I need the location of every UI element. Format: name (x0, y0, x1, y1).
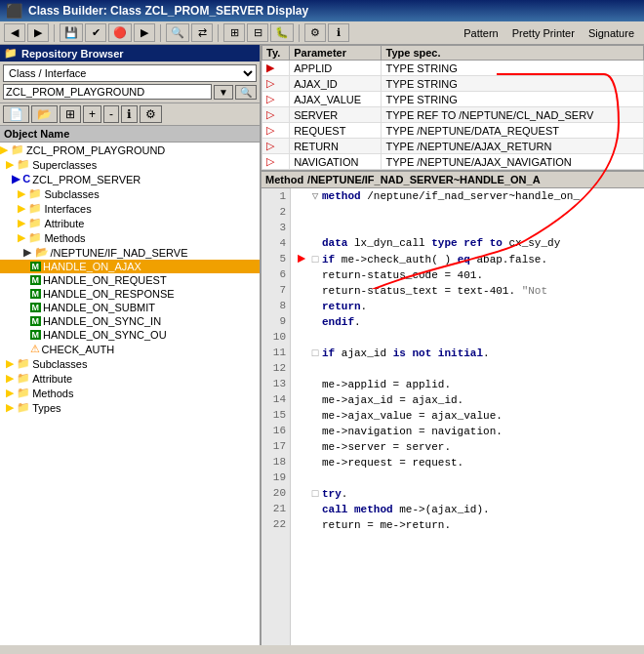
folder-icon: ▶ 📁 (6, 158, 30, 171)
method-icon: M (30, 275, 42, 285)
tree-item[interactable]: ▶ 📁Attribute (0, 371, 260, 386)
tree-item[interactable]: ▶ 📁Subclasses (0, 356, 260, 371)
row-type: ▷ (262, 76, 290, 92)
expand-col[interactable]: □ (308, 252, 322, 267)
expand-col[interactable]: □ (308, 346, 322, 361)
row-param: NAVIGATION (290, 154, 382, 170)
tree-item[interactable]: ⚠CHECK_AUTH (0, 342, 260, 356)
debug-button[interactable]: 🐛 (270, 23, 294, 42)
row-typespec: TYPE /NEPTUNE/AJAX_NAVIGATION (382, 154, 644, 170)
filter-btn[interactable]: ⊞ (60, 105, 81, 123)
browser-button[interactable]: ⊟ (247, 23, 268, 42)
class-interface-row: Class / Interface (3, 64, 257, 82)
activate-button[interactable]: 🔴 (108, 23, 132, 42)
open-btn[interactable]: 📂 (31, 105, 58, 123)
tree-label: Subclasses (32, 358, 87, 370)
breakpoint-col[interactable]: ► (295, 251, 308, 267)
obj-config-btn[interactable]: ⚙ (140, 105, 162, 123)
tree-item[interactable]: ▶ 📁Types (0, 400, 260, 415)
tree-item[interactable]: ▶ 📁Superclasses (0, 157, 260, 172)
col-type: Ty. (262, 46, 290, 61)
class-builder-icon: ⬛ (6, 3, 22, 19)
table-row[interactable]: ▷ AJAX_VALUE TYPE STRING (262, 92, 644, 107)
forward-button[interactable]: ▶ (27, 23, 49, 42)
collapse-btn[interactable]: - (103, 105, 119, 123)
tree-item[interactable]: ▶ 📁ZCL_PROM_PLAYGROUND (0, 143, 260, 157)
info-button[interactable]: ℹ (328, 23, 349, 42)
tree-item[interactable]: MHANDLE_ON_AJAX (0, 260, 260, 273)
code-line: return = me->return. (295, 517, 640, 533)
tree-item[interactable]: MHANDLE_ON_SUBMIT (0, 301, 260, 314)
save-button[interactable]: 💾 (60, 23, 83, 42)
table-row[interactable]: ▷ AJAX_ID TYPE STRING (262, 76, 644, 92)
object-name-label: Object Name (0, 126, 260, 143)
table-row[interactable]: ▷ REQUEST TYPE /NEPTUNE/DATA_REQUEST (262, 123, 644, 139)
expand-col[interactable]: ▽ (308, 188, 322, 204)
new-btn[interactable]: 📄 (3, 105, 29, 123)
find-button[interactable]: 🔍 (166, 23, 189, 42)
table-row[interactable]: ▷ RETURN TYPE /NEPTUNE/AJAX_RETURN (262, 139, 644, 154)
back-button[interactable]: ◀ (4, 23, 25, 42)
table-row[interactable]: ▶ APPLID TYPE STRING (262, 61, 644, 76)
check-button[interactable]: ✔ (85, 23, 106, 42)
dropdown-btn[interactable]: ▼ (214, 85, 233, 100)
search-btn[interactable]: 🔍 (235, 85, 257, 100)
tree-item[interactable]: MHANDLE_ON_SYNC_OU (0, 328, 260, 342)
line-number: 9 (262, 313, 290, 329)
folder-icon: ▶ 📁 (6, 372, 30, 385)
line-number: 22 (262, 516, 290, 532)
left-panel: 📁 Repository Browser Class / Interface ▼… (0, 45, 262, 645)
tree-item[interactable]: ▶ 📁Subclasses (0, 186, 260, 201)
tree-item[interactable]: MHANDLE_ON_RESPONSE (0, 287, 260, 301)
table-row[interactable]: ▷ SERVER TYPE REF TO /NEPTUNE/CL_NAD_SER… (262, 107, 644, 123)
replace-button[interactable]: ⇄ (191, 23, 213, 42)
settings-button[interactable]: ⚙ (304, 23, 326, 42)
obj-info-btn[interactable]: ℹ (121, 105, 138, 123)
tree-area[interactable]: ▶ 📁ZCL_PROM_PLAYGROUND ▶ 📁Superclasses ▶… (0, 143, 260, 645)
pretty-printer-button[interactable]: Pretty Printer (506, 25, 581, 41)
tree-label: Methods (44, 232, 85, 244)
tree-label: CHECK_AUTH (42, 344, 115, 355)
tree-item[interactable]: ▶ 📁Methods (0, 230, 260, 245)
playground-input-row: ▼ 🔍 (3, 84, 257, 100)
tree-item[interactable]: ▶ CZCL_PROM_SERVER (0, 172, 260, 186)
col-param: Parameter (290, 46, 382, 61)
line-number: 11 (262, 345, 290, 360)
tree-label: Superclasses (32, 159, 97, 171)
code-text: if me->check_auth( ) eq abap.false. (322, 252, 640, 267)
line-number: 10 (262, 329, 290, 345)
code-line: me->request = request. (295, 455, 640, 470)
hierarchy-button[interactable]: ⊞ (223, 23, 245, 42)
code-line: data lx_dyn_call type ref to cx_sy_dy (295, 235, 640, 251)
method-label: Method (265, 174, 303, 185)
separator-2 (160, 24, 161, 42)
row-type: ▷ (262, 92, 290, 107)
code-content[interactable]: ▽ method /neptune/if_nad_server~handle_o… (291, 188, 644, 645)
table-row[interactable]: ▷ NAVIGATION TYPE /NEPTUNE/AJAX_NAVIGATI… (262, 154, 644, 170)
tree-item[interactable]: ▶ 📁Interfaces (0, 201, 260, 216)
tree-item[interactable]: MHANDLE_ON_SYNC_IN (0, 314, 260, 328)
class-icon: ▶ C (12, 173, 30, 185)
tree-item[interactable]: ▶ 📁Methods (0, 386, 260, 400)
signature-button[interactable]: Signature (583, 25, 640, 41)
test-button[interactable]: ▶ (134, 23, 155, 42)
code-line: me->server = server. (295, 439, 640, 455)
code-line: □ if ajax_id is not initial. (295, 346, 640, 361)
tree-item[interactable]: MHANDLE_ON_REQUEST (0, 273, 260, 287)
repo-controls: Class / Interface ▼ 🔍 (0, 61, 260, 103)
expand-btn[interactable]: + (83, 105, 101, 123)
expand-col[interactable]: □ (308, 486, 322, 502)
object-input[interactable] (3, 84, 212, 100)
code-text: method /neptune/if_nad_server~handle_on_ (322, 188, 640, 204)
line-number: 4 (262, 235, 290, 251)
pattern-button[interactable]: Pattern (458, 25, 503, 41)
tree-item[interactable]: ▶ 📁Attribute (0, 216, 260, 230)
tree-label: HANDLE_ON_SUBMIT (43, 302, 155, 313)
code-text: return-status_text = text-401. "Not (322, 283, 640, 299)
row-param: REQUEST (290, 123, 382, 139)
folder-icon: ▶ 📁 (0, 143, 24, 156)
row-type: ▷ (262, 139, 290, 154)
tree-item[interactable]: ▶ 📂/NEPTUNE/IF_NAD_SERVE (0, 245, 260, 260)
class-interface-select[interactable]: Class / Interface (3, 64, 257, 82)
line-number: 21 (262, 501, 290, 516)
